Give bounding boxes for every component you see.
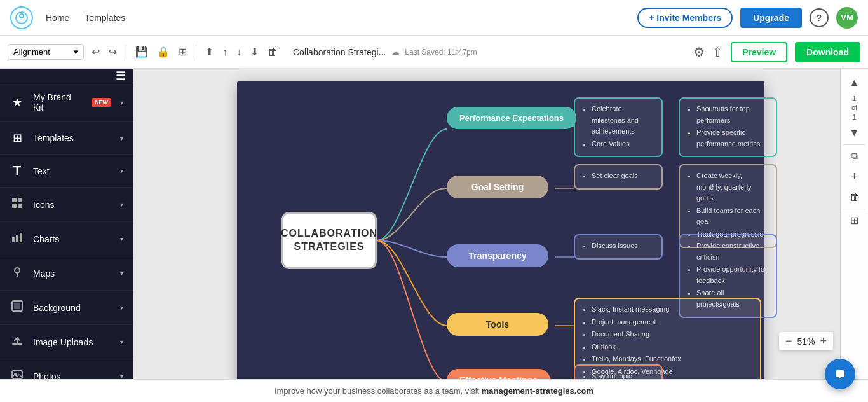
send-back-icon[interactable]: ⬇ [248,43,261,60]
canvas-scroll[interactable]: COLLABORATION STRATEGIES Performance Exp… [133,69,868,379]
separator-2 [196,45,196,60]
user-avatar[interactable]: VM [836,7,858,29]
sidebar-item-charts-label: Charts [33,234,111,244]
share-icon[interactable]: ⇧ [712,45,723,60]
copy-icon[interactable]: ⊞ [176,43,189,60]
mindmap[interactable]: COLLABORATION STRATEGIES Performance Exp… [250,94,752,379]
image-uploads-icon [10,334,24,350]
app-logo[interactable] [10,6,33,29]
doc-title: Collaboration Strategi... [293,47,386,57]
bottom-link[interactable]: management-strategies.com [482,386,593,396]
detail-trans1: Discuss issues [574,234,663,260]
sidebar-item-text-label: Text [33,166,111,176]
canvas-page[interactable]: COLLABORATION STRATEGIES Performance Exp… [237,81,764,379]
hamburger-menu-icon[interactable]: ☰ [116,69,126,83]
duplicate-page-button[interactable]: ⧉ [846,148,864,165]
sidebar-item-icons-label: Icons [33,200,111,210]
editor-toolbar: Alignment ▾ ↩ ↪ 💾 🔒 ⊞ ⬆ ↑ ↓ ⬇ 🗑 Collabor… [0,36,868,69]
alignment-label: Alignment [13,47,50,57]
svg-rect-7 [16,235,18,242]
branch-goal-label: Goal Setting [471,182,524,192]
sidebar-item-maps[interactable]: Maps ▾ [0,256,133,291]
sidebar-item-photos-label: Photos [33,371,111,380]
chevron-down-icon-2: ▾ [120,135,123,142]
zoom-out-button[interactable]: − [785,335,792,348]
download-button[interactable]: Download [795,42,860,62]
sidebar-item-background[interactable]: Background ▾ [0,291,133,325]
maps-icon [10,265,24,281]
svg-rect-3 [18,198,22,202]
icons-icon [10,197,24,212]
nav-home[interactable]: Home [46,13,69,23]
nav-templates[interactable]: Templates [85,13,125,23]
toolbar-right-actions: ⚙ ⇧ Preview Download [693,42,860,62]
bottom-text: Improve how your business collaborates a… [275,386,482,396]
chat-bubble-button[interactable] [825,359,855,389]
sidebar-item-templates[interactable]: ⊞ Templates ▾ [0,122,133,155]
chevron-down-icon: ▾ [120,99,123,106]
separator-1 [126,45,126,60]
undo-icon[interactable]: ↩ [89,43,102,60]
preview-button[interactable]: Preview [731,42,787,62]
branch-effective-meetings[interactable]: Effective Meetings [447,369,550,379]
scroll-up-button[interactable]: ▲ [846,74,864,92]
sidebar-item-icons[interactable]: Icons ▾ [0,188,133,222]
sidebar-item-image-uploads[interactable]: Image Uploads ▾ [0,325,133,359]
branch-performance-label: Performance Expectations [459,113,564,123]
sidebar-item-text[interactable]: T Text ▾ [0,155,133,188]
zoom-in-button[interactable]: + [820,335,827,348]
branch-performance[interactable]: Performance Expectations [447,107,576,129]
send-backward-icon[interactable]: ↓ [234,44,244,60]
detail-perf2: Shoutouts for top performers Provide spe… [679,97,777,157]
center-node[interactable]: COLLABORATION STRATEGIES [281,212,377,269]
dropdown-arrow-icon: ▾ [74,47,78,57]
sidebar-header: ☰ [0,69,133,83]
center-node-label: COLLABORATION STRATEGIES [281,227,377,254]
lock-icon[interactable]: 🔒 [154,43,172,60]
help-button[interactable]: ? [810,8,829,27]
add-page-button[interactable]: + [846,168,864,186]
zoom-controls: − 51% + [779,332,833,350]
sidebar-item-brand-kit[interactable]: ★ My Brand Kit NEW ▾ [0,83,133,122]
grid-view-button[interactable]: ⊞ [846,212,864,230]
sidebar-item-charts[interactable]: Charts ▾ [0,222,133,256]
save-icon[interactable]: 💾 [133,43,151,60]
sidebar-item-photos[interactable]: Photos ▾ [0,359,133,379]
sidebar-item-maps-label: Maps [33,268,111,279]
svg-rect-2 [12,198,17,202]
new-badge: NEW [92,98,111,107]
branch-transparency[interactable]: Transparency [447,244,548,267]
canvas-area[interactable]: COLLABORATION STRATEGIES Performance Exp… [133,69,868,379]
save-status: Last Saved: 11:47pm [405,48,477,57]
cloud-save-icon: ☁ [391,47,400,57]
alignment-dropdown[interactable]: Alignment ▾ [8,44,84,60]
document-info: Collaboration Strategi... ☁ Last Saved: … [293,47,477,57]
zoom-level-display: 51% [797,336,815,347]
upgrade-button[interactable]: Upgrade [740,8,802,28]
delete-icon[interactable]: 🗑 [265,44,280,60]
svg-point-9 [15,268,20,273]
branch-goal-setting[interactable]: Goal Setting [447,176,548,198]
charts-icon [10,231,24,247]
chevron-down-icon-3: ▾ [120,167,123,174]
page-number: 1of1 [851,94,857,121]
svg-rect-8 [20,233,22,242]
settings-icon[interactable]: ⚙ [693,45,705,60]
nav-right-area: + Invite Members Upgrade ? VM [637,7,858,29]
branch-tools-label: Tools [486,319,509,329]
photos-icon [10,368,24,379]
toolbar-actions: ↩ ↪ 💾 🔒 ⊞ ⬆ ↑ ↓ ⬇ 🗑 [89,43,280,60]
chevron-down-icon-7: ▾ [120,304,123,311]
bring-forward-icon[interactable]: ↑ [220,44,230,60]
invite-members-button[interactable]: + Invite Members [637,8,733,28]
text-icon: T [10,163,24,178]
scroll-down-button[interactable]: ▼ [846,124,864,142]
bring-front-icon[interactable]: ⬆ [203,43,216,60]
svg-rect-13 [12,371,22,378]
left-sidebar: ☰ ★ My Brand Kit NEW ▾ ⊞ Templates ▾ T T… [0,69,133,379]
chevron-down-icon-9: ▾ [120,373,123,379]
svg-point-1 [20,14,24,18]
delete-page-button[interactable]: 🗑 [846,188,864,206]
redo-icon[interactable]: ↪ [106,43,119,60]
branch-tools[interactable]: Tools [447,313,548,336]
